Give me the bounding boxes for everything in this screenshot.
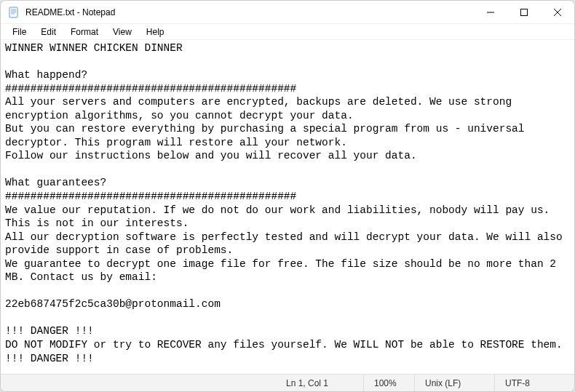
menu-file[interactable]: File <box>5 25 33 39</box>
status-position: Ln 1, Col 1 <box>276 375 363 391</box>
window-controls <box>474 1 574 23</box>
minimize-icon <box>487 9 494 16</box>
menu-help[interactable]: Help <box>139 25 172 39</box>
minimize-button[interactable] <box>474 1 507 23</box>
maximize-icon <box>520 9 528 16</box>
svg-rect-6 <box>521 9 528 15</box>
text-editor[interactable]: WINNER WINNER CHICKEN DINNER What happen… <box>1 40 574 374</box>
statusbar: Ln 1, Col 1 100% Unix (LF) UTF-8 <box>1 374 574 391</box>
status-zoom: 100% <box>363 375 414 391</box>
menu-view[interactable]: View <box>106 25 139 39</box>
status-line-ending: Unix (LF) <box>414 375 494 391</box>
menu-format[interactable]: Format <box>63 25 106 39</box>
window-title: README.txt - Notepad <box>25 7 474 17</box>
notepad-icon <box>8 7 20 18</box>
menubar: File Edit Format View Help <box>1 24 574 40</box>
close-button[interactable] <box>541 1 574 23</box>
close-icon <box>554 9 561 16</box>
maximize-button[interactable] <box>507 1 541 23</box>
titlebar: README.txt - Notepad <box>1 1 574 24</box>
notepad-window: README.txt - Notepad File Edit Format Vi… <box>0 0 575 392</box>
menu-edit[interactable]: Edit <box>33 25 63 39</box>
status-encoding: UTF-8 <box>494 375 574 391</box>
